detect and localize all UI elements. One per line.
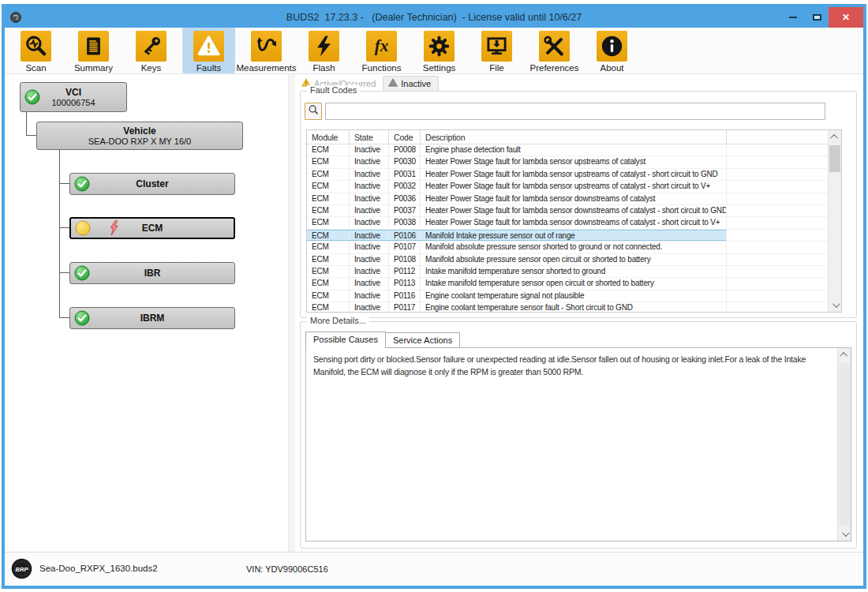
fault-search-input[interactable]: [325, 103, 825, 120]
cell: P0037: [389, 205, 421, 216]
scroll-up-arrow[interactable]: [829, 130, 841, 144]
tab-inactive[interactable]: Inactive: [383, 76, 439, 91]
search-icon: [308, 104, 320, 119]
tab-label: Inactive: [401, 79, 431, 88]
cell: Engine coolant temperature sensor fault …: [421, 302, 727, 312]
toolbar-item-functions[interactable]: fxFunctions: [355, 28, 408, 73]
cell: Intake manifold temperature sensor short…: [421, 266, 727, 277]
details-text-area: Sensing port dirty or blocked.Sensor fai…: [305, 347, 851, 541]
tree-node-cluster[interactable]: Cluster: [69, 173, 235, 195]
cell: Inactive: [350, 254, 389, 265]
vci-title: VCI: [51, 87, 95, 98]
flash-icon: [309, 31, 339, 62]
fault-row-p0117[interactable]: ECMInactiveP0117Engine coolant temperatu…: [307, 302, 828, 312]
fault-row-p0030[interactable]: ECMInactiveP0030Heater Power Stage fault…: [307, 156, 828, 168]
toolbar-item-keys[interactable]: Keys: [125, 28, 178, 73]
minimize-button[interactable]: [781, 7, 805, 28]
about-icon: [597, 31, 627, 62]
cell: P0038: [389, 217, 421, 228]
fault-row-p0107[interactable]: ECMInactiveP0107Manifold absolute pressu…: [307, 242, 828, 253]
cell: P0032: [389, 181, 421, 192]
fault-row-p0038[interactable]: ECMInactiveP0038Heater Power Stage fault…: [307, 217, 828, 229]
toolbar-item-about[interactable]: About: [586, 28, 638, 73]
tree-node-vehicle[interactable]: Vehicle SEA-DOO RXP X MY 16/0: [36, 122, 243, 150]
search-button[interactable]: [305, 103, 322, 120]
tree-connector: [26, 112, 37, 136]
maximize-button[interactable]: [805, 7, 829, 28]
more-details-label: More Details...: [307, 316, 369, 325]
fault-row-p0037[interactable]: ECMInactiveP0037Heater Power Stage fault…: [307, 205, 828, 217]
warning-triangle-gray-icon: [388, 78, 398, 88]
cell: Inactive: [350, 193, 389, 204]
tree-scrollbar[interactable]: [288, 74, 295, 552]
cell: Inactive: [350, 278, 389, 289]
toolbar-item-label: Flash: [312, 63, 335, 73]
cell: ECM: [307, 302, 350, 312]
cell: P0116: [389, 290, 421, 302]
main-area: VCI 100006754 Vehicle SEA-DOO RXP X MY 1…: [5, 74, 863, 552]
fault-row-p0008[interactable]: ECMInactiveP0008Engine phase detection f…: [307, 144, 828, 156]
column-header-description[interactable]: Description: [421, 130, 727, 144]
preferences-icon: [539, 31, 570, 62]
fault-row-cells: ECMInactiveP0107Manifold absolute pressu…: [307, 242, 727, 253]
cell: ECM: [307, 156, 350, 167]
scroll-up-arrow[interactable]: [838, 348, 851, 362]
toolbar-item-file[interactable]: File: [470, 28, 523, 73]
tree-node-ecm[interactable]: ECM: [69, 217, 235, 239]
fault-row-p0112[interactable]: ECMInactiveP0112Intake manifold temperat…: [307, 266, 828, 278]
cell: Inactive: [350, 181, 389, 192]
fault-row-cells: ECMInactiveP0036Heater Power Stage fault…: [307, 193, 727, 204]
fault-row-p0031[interactable]: ECMInactiveP0031Heater Power Stage fault…: [307, 169, 828, 181]
fault-row-cells: ECMInactiveP0108Manifold absolute pressu…: [307, 254, 727, 265]
column-header-module[interactable]: Module: [307, 130, 350, 144]
scroll-down-arrow[interactable]: [838, 527, 851, 541]
brp-logo-icon: BRP: [11, 558, 32, 579]
tree-node-vci[interactable]: VCI 100006754: [20, 82, 127, 112]
fault-row-p0032[interactable]: ECMInactiveP0032Heater Power Stage fault…: [307, 181, 828, 193]
fault-row-p0116[interactable]: ECMInactiveP0116Engine coolant temperatu…: [307, 290, 828, 302]
toolbar-item-label: Settings: [423, 63, 456, 73]
cell: P0031: [389, 169, 421, 180]
toolbar-item-label: Faults: [196, 63, 221, 73]
scrollbar-thumb[interactable]: [829, 145, 840, 172]
fault-row-p0113[interactable]: ECMInactiveP0113Intake manifold temperat…: [307, 278, 828, 290]
toolbar-item-measurements[interactable]: Measurements: [240, 28, 293, 73]
toolbar-item-scan[interactable]: Scan: [9, 28, 62, 73]
toolbar-item-label: About: [600, 63, 623, 73]
toolbar-item-preferences[interactable]: Preferences: [528, 28, 581, 73]
tree-node-ibrm[interactable]: IBRM: [69, 307, 235, 329]
details-scrollbar[interactable]: [837, 348, 851, 541]
toolbar-item-flash[interactable]: Flash: [297, 28, 350, 73]
tree-node-ibr[interactable]: IBR: [69, 262, 235, 284]
cell: ECM: [307, 169, 350, 180]
cell: Engine phase detection fault: [421, 144, 727, 155]
cell: Inactive: [350, 242, 389, 253]
toolbar-item-faults[interactable]: Faults: [182, 28, 235, 73]
vehicle-title: Vehicle: [88, 126, 191, 137]
column-header-state[interactable]: State: [350, 130, 389, 144]
toolbar-item-settings[interactable]: Settings: [413, 28, 466, 73]
cell: ECM: [307, 242, 350, 253]
tab-possible-causes[interactable]: Possible Causes: [305, 332, 386, 348]
fault-row-p0108[interactable]: ECMInactiveP0108Manifold absolute pressu…: [307, 254, 828, 266]
scrollbar-thumb[interactable]: [839, 363, 850, 526]
toolbar-item-summary[interactable]: Summary: [67, 28, 120, 73]
tree-connector: [59, 150, 60, 318]
tree-connector: [59, 183, 69, 184]
scroll-down-arrow[interactable]: [829, 298, 841, 312]
cell: P0112: [389, 266, 421, 277]
cell: ECM: [307, 144, 350, 155]
tab-service-actions[interactable]: Service Actions: [385, 332, 460, 348]
vehicle-model: SEA-DOO RXP X MY 16/0: [88, 137, 191, 147]
column-header-code[interactable]: Code: [389, 130, 421, 144]
app-icon[interactable]: [9, 11, 22, 24]
fault-row-p0036[interactable]: ECMInactiveP0036Heater Power Stage fault…: [307, 193, 828, 205]
cell: Heater Power Stage fault for lambda sens…: [421, 156, 727, 167]
fault-row-p0106[interactable]: ECMInactiveP0106Manifold Intake pressure…: [307, 230, 828, 242]
session-filename: Sea-Doo_RXPX_1630.buds2: [39, 564, 158, 573]
fault-bolt-icon: [109, 220, 119, 237]
table-scrollbar[interactable]: [828, 130, 841, 312]
close-button[interactable]: ✕: [829, 7, 863, 28]
cell: Inactive: [350, 266, 389, 277]
app-window: BUDS2 17.23.3 - (Dealer Technician) - Li…: [2, 4, 866, 589]
